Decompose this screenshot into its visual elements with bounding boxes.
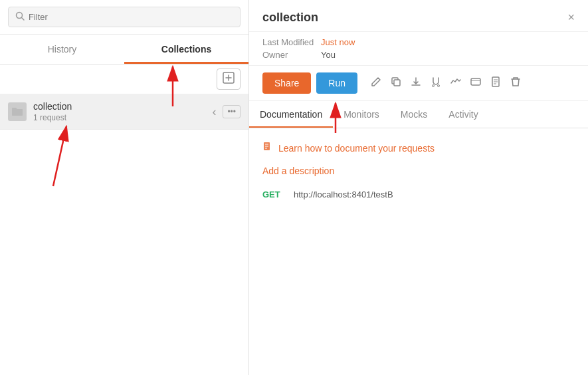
tab-monitors[interactable]: Monitors — [333, 101, 390, 128]
request-row: GET http://localhost:8401/testB — [262, 189, 575, 199]
monitor-icon-button[interactable] — [446, 74, 465, 92]
tab-history[interactable]: History — [0, 35, 124, 64]
toolbar-row — [0, 64, 248, 94]
search-bar — [0, 0, 248, 35]
delete-icon-button[interactable] — [506, 74, 525, 92]
detail-content: Learn how to document your requests Add … — [249, 128, 588, 375]
owner-value: You — [321, 50, 336, 60]
last-modified-value: Just now — [321, 37, 355, 47]
tab-activity[interactable]: Activity — [438, 101, 488, 128]
collection-actions: ‹ ••• — [208, 104, 241, 120]
search-wrapper — [8, 7, 241, 27]
collection-list: collection 1 request ‹ ••• — [0, 94, 248, 375]
document-icon-button[interactable] — [486, 74, 505, 92]
svg-point-8 — [433, 85, 435, 87]
svg-rect-10 — [471, 78, 480, 85]
action-row: Share Run — [249, 66, 588, 101]
left-panel: History Collections collection 1 requ — [0, 0, 249, 375]
search-input[interactable] — [29, 12, 233, 22]
svg-rect-7 — [394, 80, 400, 86]
detail-header: collection × — [249, 0, 588, 32]
owner-row: Owner You — [262, 50, 575, 60]
icon-actions — [367, 74, 525, 92]
collapse-button[interactable]: ‹ — [208, 104, 220, 120]
tab-documentation[interactable]: Documentation — [249, 101, 333, 128]
run-button[interactable]: Run — [316, 72, 357, 94]
last-modified-label: Last Modified — [262, 37, 316, 47]
tab-collections[interactable]: Collections — [124, 35, 248, 64]
detail-title: collection — [262, 11, 318, 25]
fork-icon-button[interactable] — [427, 74, 445, 92]
doc-link[interactable]: Learn how to document your requests — [278, 143, 435, 154]
add-collection-button[interactable] — [217, 68, 241, 90]
close-button[interactable]: × — [567, 11, 575, 25]
more-options-button[interactable]: ••• — [223, 105, 241, 118]
tabs-row: History Collections — [0, 35, 248, 64]
copy-icon-button[interactable] — [387, 74, 405, 92]
collection-folder-icon — [8, 102, 27, 121]
svg-point-9 — [438, 85, 440, 87]
collection-item[interactable]: collection 1 request ‹ ••• — [0, 94, 248, 130]
svg-line-1 — [22, 18, 25, 21]
tab-mocks[interactable]: Mocks — [390, 101, 438, 128]
mock-icon-button[interactable] — [466, 74, 485, 92]
owner-label: Owner — [262, 50, 316, 60]
add-description-link[interactable]: Add a description — [262, 166, 575, 176]
meta-row: Last Modified Just now Owner You — [249, 32, 588, 66]
detail-tabs-row: Documentation Monitors Mocks Activity — [249, 101, 588, 128]
share-button[interactable]: Share — [262, 72, 311, 94]
collection-sub: 1 request — [33, 113, 208, 122]
request-url: http://localhost:8401/testB — [294, 189, 393, 199]
collection-info: collection 1 request — [33, 101, 208, 122]
edit-icon-button[interactable] — [367, 74, 385, 92]
doc-link-row: Learn how to document your requests — [262, 142, 575, 155]
collection-name: collection — [33, 101, 208, 112]
download-icon-button[interactable] — [407, 74, 425, 92]
doc-icon — [262, 142, 273, 155]
last-modified-row: Last Modified Just now — [262, 37, 575, 47]
right-panel: collection × Last Modified Just now Owne… — [249, 0, 588, 375]
method-badge: GET — [262, 189, 286, 199]
search-icon — [15, 11, 25, 23]
